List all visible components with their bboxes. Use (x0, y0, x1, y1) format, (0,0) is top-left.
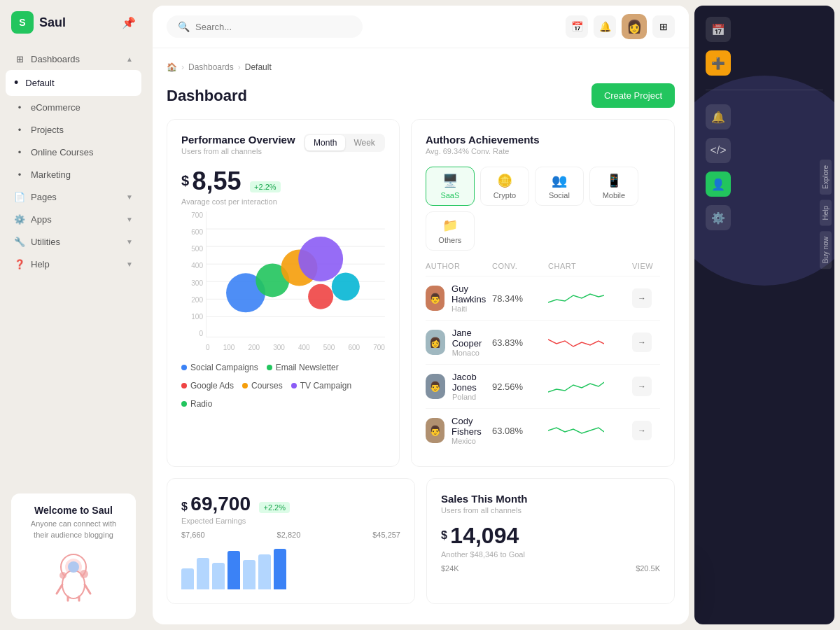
mini-chart (548, 334, 604, 351)
legend-dot (181, 365, 187, 370)
code-rp-icon[interactable]: </> (706, 138, 731, 163)
breadcrumb-current: Default (245, 62, 272, 72)
welcome-card: Welcome to Saul Anyone can connect with … (11, 493, 136, 619)
create-project-button[interactable]: Create Project (592, 83, 675, 108)
social-icon: 👥 (552, 173, 567, 188)
breadcrumb-dashboards[interactable]: Dashboards (188, 62, 234, 72)
sidebar-item-default[interactable]: Default (6, 70, 141, 96)
nav-section: ⊞ Dashboards ▲ Default • eCommerce • Pro… (0, 45, 147, 278)
topbar: 🔍 📅 🔔 👩 ⊞ (153, 6, 689, 48)
sidebar-item-apps[interactable]: ⚙️ Apps ▼ (6, 208, 141, 230)
user-rp-icon[interactable]: 👤 (706, 172, 731, 197)
view-button[interactable]: → (632, 377, 652, 396)
svg-point-8 (80, 570, 88, 578)
sidebar-item-online-courses[interactable]: • Online Courses (6, 141, 141, 163)
notification-rp-icon[interactable]: 🔔 (706, 104, 731, 130)
view-button[interactable]: → (632, 421, 652, 440)
plus-rp-icon[interactable]: ➕ (706, 50, 731, 76)
month-toggle[interactable]: Month (305, 135, 345, 150)
cat-tab-crypto[interactable]: 🪙 Crypto (480, 167, 529, 206)
conv-rate: 78.34% (492, 293, 548, 304)
bar (227, 551, 240, 589)
cat-tab-mobile[interactable]: 📱 Mobile (589, 167, 638, 206)
search-bar[interactable]: 🔍 (167, 15, 363, 38)
home-icon[interactable]: 🏠 (167, 62, 177, 72)
sidebar-item-projects[interactable]: • Projects (6, 118, 141, 141)
author-name: Jacob Jones (452, 372, 492, 393)
mobile-icon: 📱 (606, 173, 622, 188)
cat-tab-social[interactable]: 👥 Social (535, 167, 584, 206)
performance-value: 8,55 (192, 167, 241, 195)
dot-icon: • (14, 124, 25, 135)
sidebar-item-pages[interactable]: 📄 Pages ▼ (6, 186, 141, 208)
right-panel: 📅 ➕ 🔔 </> 👤 ⚙️ Explore Help Buy now B Bo… (694, 6, 834, 624)
earnings-card: $ 69,700 +2.2% Expected Earnings $7,660 … (167, 478, 415, 604)
explore-label[interactable]: Explore (820, 160, 832, 195)
legend-courses: Courses (242, 381, 283, 391)
chevron-icon: ▲ (126, 55, 133, 63)
dashboards-icon: ⊞ (14, 53, 25, 64)
performance-subtitle: Users from all channels (181, 147, 295, 155)
view-button[interactable]: → (632, 332, 652, 352)
grid-icon[interactable]: ⊞ (652, 15, 675, 38)
author-country: Poland (452, 393, 492, 401)
earnings-label: Expected Earnings (181, 517, 400, 525)
side-labels: Explore Help Buy now (820, 160, 832, 270)
chevron-icon: ▼ (126, 260, 133, 268)
bubble-chart: 700 600 500 400 300 200 100 0 (181, 211, 385, 351)
bar (212, 563, 225, 589)
conv-rate: 92.56% (492, 382, 548, 392)
table-row: 👨 Cody Fishers Mexico 63.08% → (426, 408, 660, 452)
page-header: Dashboard Create Project (167, 83, 675, 108)
sidebar-item-utilities[interactable]: 🔧 Utilities ▼ (6, 230, 141, 253)
legend-social-campaigns: Social Campaigns (181, 363, 258, 372)
author-country: Haiti (451, 304, 492, 313)
x-axis-labels: 0 100 200 300 400 500 600 700 (206, 344, 385, 351)
sidebar-item-help[interactable]: ❓ Help ▼ (6, 253, 141, 275)
legend-tv-campaign: TV Campaign (291, 381, 351, 391)
help-label[interactable]: Help (820, 200, 832, 226)
sales-dollar: $ (441, 529, 447, 541)
sales-subtitle: Users from all channels (441, 506, 660, 514)
utilities-icon: 🔧 (14, 236, 25, 247)
cat-tab-others[interactable]: 📁 Others (426, 211, 475, 251)
astronaut-image (46, 546, 102, 602)
legend-dot (181, 383, 187, 388)
dot-icon: • (14, 102, 25, 113)
authors-card: Authors Achievements Avg. 69.34% Conv. R… (411, 119, 675, 467)
others-icon: 📁 (442, 218, 458, 233)
time-toggle: Month Week (304, 134, 385, 152)
performance-label: Avarage cost per interaction (181, 197, 385, 206)
avatar: 👨 (426, 374, 445, 399)
user-avatar[interactable]: 👩 (622, 14, 647, 39)
legend-email-newsletter: Email Newsletter (267, 363, 339, 372)
welcome-title: Welcome to Saul (22, 505, 125, 516)
sidebar-item-ecommerce[interactable]: • eCommerce (6, 96, 141, 118)
svg-line-5 (85, 584, 90, 594)
calendar-icon[interactable]: 📅 (566, 15, 588, 38)
author-info: 👨 Cody Fishers Mexico (426, 416, 492, 445)
week-toggle[interactable]: Week (345, 135, 383, 150)
sales-value: 14,094 (450, 523, 519, 548)
dot-icon: • (14, 169, 25, 180)
sidebar-item-dashboards[interactable]: ⊞ Dashboards ▲ (6, 48, 141, 70)
table-row: 👨 Guy Hawkins Haiti 78.34% → (426, 276, 660, 320)
search-input[interactable] (195, 22, 351, 32)
help-icon: ❓ (14, 258, 25, 270)
buy-now-label[interactable]: Buy now (820, 231, 832, 269)
svg-point-21 (332, 272, 360, 300)
author-name: Jane Cooper (452, 328, 492, 349)
pin-icon[interactable]: 📌 (122, 16, 136, 29)
chart-legend: Social Campaigns Email Newsletter Google… (181, 363, 385, 409)
sidebar-item-marketing[interactable]: • Marketing (6, 163, 141, 186)
sidebar-bottom: Welcome to Saul Anyone can connect with … (0, 482, 147, 630)
cat-tab-saas[interactable]: 🖥️ SaaS (426, 167, 475, 206)
calendar-rp-icon[interactable]: 📅 (706, 17, 731, 42)
legend-google-ads: Google Ads (181, 381, 234, 391)
settings-rp-icon[interactable]: ⚙️ (706, 205, 731, 230)
author-name: Guy Hawkins (451, 284, 492, 304)
legend-dot (181, 401, 187, 407)
notification-icon[interactable]: 🔔 (594, 15, 616, 38)
view-button[interactable]: → (632, 288, 652, 308)
topbar-icons: 📅 🔔 👩 ⊞ (566, 14, 675, 39)
